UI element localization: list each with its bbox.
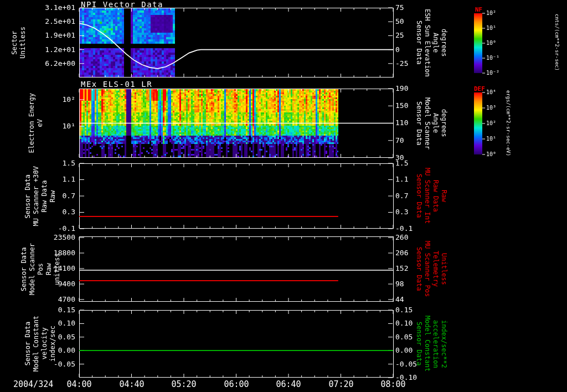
- y-tick-label: 206: [395, 249, 429, 257]
- y-tick-label: 9400: [32, 280, 75, 288]
- y-tick-label: 4700: [32, 296, 75, 303]
- y-tick-label: 25: [395, 32, 429, 39]
- y-tick-label: 10²: [32, 96, 75, 104]
- y-tick-label: 0.15: [395, 306, 429, 314]
- nf-colorbar-title: NF: [475, 7, 482, 13]
- x-tick-label: 04:40: [112, 380, 151, 389]
- y-tick-label: 3.1e+01: [32, 4, 75, 12]
- y-tick-label: 0.00: [32, 347, 75, 354]
- y-tick-label: 18800: [32, 249, 75, 257]
- y-tick-label: 260: [395, 234, 429, 241]
- y-tick-label: 23500: [32, 234, 75, 241]
- x-tick-label: 04:00: [60, 380, 99, 389]
- x-tick-label: 06:00: [217, 380, 256, 389]
- y-tick-label: 150: [395, 102, 429, 110]
- y-tick-label: 1.5: [395, 159, 429, 167]
- y-tick-label: 1.1: [395, 176, 429, 183]
- x-tick-label: 08:00: [374, 380, 413, 389]
- sector-axis-label: Sector Unitless: [9, 8, 29, 78]
- sector-spectrogram-canvas: [80, 8, 175, 77]
- plot-screen: NPI Vector Data MEx ELS-01 LR Sector Uni…: [0, 0, 567, 392]
- els-spectrogram-canvas: [80, 89, 338, 157]
- y-tick-label: 0.15: [32, 306, 75, 314]
- y-tick-label: 1.2e+01: [32, 46, 75, 54]
- def-colorbar-unit-label: ergs/(cm**2-sr-sec-eV): [504, 89, 513, 158]
- y-tick-label: -0.1: [32, 225, 75, 233]
- y-tick-label: 0.10: [395, 319, 429, 327]
- y-tick-label: 0.3: [32, 208, 75, 216]
- colorbar-tick-label: 10⁰: [486, 40, 508, 46]
- y-tick-label: 70: [395, 137, 429, 145]
- nf-colorbar-unit-text: cnts/(cm**2-sr-sec): [554, 14, 560, 71]
- y-tick-label: 190: [395, 85, 429, 92]
- x-tick-label: 05:20: [164, 380, 203, 389]
- colorbar-tick-label: 10²: [486, 11, 508, 16]
- y-tick-label: 110: [395, 119, 429, 127]
- y-tick-label: 0.05: [32, 333, 75, 341]
- y-tick-label: 0.10: [32, 319, 75, 327]
- panel2-title: MEx ELS-01 LR: [81, 80, 152, 88]
- y-tick-label: 10¹: [32, 122, 75, 130]
- y-tick-label: 14100: [32, 265, 75, 272]
- y-tick-label: 0.05: [395, 333, 429, 341]
- y-tick-label: 44: [395, 296, 429, 303]
- x-tick-label: 07:20: [322, 380, 360, 389]
- def-colorbar-title: DEF: [474, 86, 485, 92]
- y-tick-label: 0.3: [395, 208, 429, 216]
- y-tick-label: 0.7: [395, 192, 429, 200]
- y-tick-label: 50: [395, 18, 429, 25]
- y-tick-label: 0.00: [395, 347, 429, 354]
- y-tick-label: 1.5: [32, 159, 75, 167]
- colorbar-gradient: [474, 92, 482, 154]
- y-tick-label: 6.2e+00: [32, 60, 75, 68]
- colorbar-tick-label: 10¹: [486, 25, 508, 31]
- panel1-title: NPI Vector Data: [81, 1, 163, 8]
- y-tick-label: 1.1: [32, 176, 75, 183]
- y-tick-label: 98: [395, 280, 429, 288]
- y-tick-label: 75: [395, 4, 429, 12]
- colorbar-tick-label: 10⁻²: [486, 70, 508, 76]
- colorbar-tick-label: 10⁻¹: [486, 55, 508, 61]
- y-tick-label: -0.05: [395, 360, 429, 368]
- y-tick-label: 0: [395, 46, 429, 54]
- nf-colorbar-unit-label: cnts/(cm**2-sr-sec): [553, 8, 561, 76]
- y-tick-label: 1.9e+01: [32, 32, 75, 39]
- x-tick-label: 06:40: [269, 380, 308, 389]
- y-tick-label: -0.05: [32, 360, 75, 368]
- sector-axis-label-text: Sector Unitless: [11, 27, 27, 59]
- y-tick-label: -0.1: [395, 225, 429, 233]
- y-tick-label: -25: [395, 60, 429, 68]
- colorbar-gradient: [474, 13, 482, 73]
- def-colorbar-unit-text: ergs/(cm**2-sr-sec-eV): [506, 90, 511, 156]
- y-tick-label: 2.5e+01: [32, 18, 75, 25]
- y-tick-label: 0.7: [32, 192, 75, 200]
- y-tick-label: 152: [395, 265, 429, 272]
